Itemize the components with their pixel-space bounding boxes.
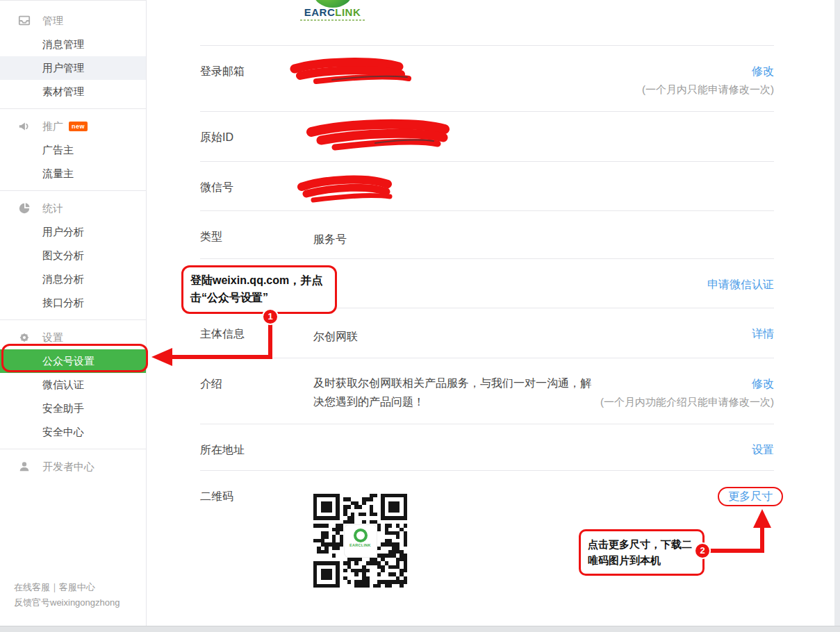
sidebar-divider bbox=[0, 108, 146, 109]
sidebar-item-user-manage[interactable]: 用户管理 bbox=[0, 56, 146, 80]
more-sizes-outline: 更多尺寸 bbox=[718, 487, 783, 506]
row-address: 所在地址 设置 bbox=[200, 424, 774, 470]
account-logo: EARCLINK bbox=[293, 0, 372, 21]
sidebar-item-article-analysis[interactable]: 图文分析 bbox=[0, 244, 146, 267]
qrcode-center-logo: EARCLINK bbox=[345, 525, 377, 557]
row-label: 原始ID bbox=[200, 131, 313, 161]
introduction-modify-note: (一个月内功能介绍只能申请修改一次) bbox=[600, 396, 774, 409]
modify-email-link[interactable]: 修改 bbox=[752, 65, 774, 79]
qrcode-logo-ring-icon bbox=[354, 529, 368, 542]
modify-introduction-link[interactable]: 修改 bbox=[752, 377, 774, 392]
bottom-scrollbar-strip[interactable] bbox=[0, 626, 840, 632]
qrcode-image: EARCLINK bbox=[313, 494, 407, 588]
sidebar-item-traffic-owner[interactable]: 流量主 bbox=[0, 162, 146, 185]
sidebar-item-wechat-verify[interactable]: 微信认证 bbox=[0, 373, 146, 397]
sidebar-item-message-analysis[interactable]: 消息分析 bbox=[0, 267, 146, 291]
introduction-value: 及时获取尔创网联相关产品服务，与我们一对一沟通，解决您遇到的产品问题！ bbox=[313, 374, 600, 424]
feedback-account-note: 反馈官号weixingongzhong bbox=[14, 595, 120, 610]
sidebar-group-manage[interactable]: 管理 bbox=[0, 9, 146, 33]
megaphone-icon bbox=[18, 120, 31, 133]
apply-wechat-verification-link[interactable]: 申请微信认证 bbox=[707, 278, 774, 292]
account-logo-header: EARCLINK bbox=[200, 0, 774, 45]
sidebar-item-security-center[interactable]: 安全中心 bbox=[0, 420, 146, 444]
sidebar-item-security-assistant[interactable]: 安全助手 bbox=[0, 397, 146, 420]
person-icon bbox=[18, 460, 31, 473]
pie-chart-icon bbox=[18, 202, 31, 215]
sidebar-item-advertiser[interactable]: 广告主 bbox=[0, 138, 146, 162]
subject-details-link[interactable]: 详情 bbox=[752, 327, 774, 342]
row-verification: 申请微信认证 bbox=[200, 258, 774, 308]
row-account-type: 类型 服务号 bbox=[200, 210, 774, 258]
row-qrcode: 二维码 EARCLINK 更多尺寸 bbox=[200, 470, 774, 616]
subject-value: 尔创网联 bbox=[313, 327, 752, 358]
sidebar-group-label: 推广 bbox=[42, 120, 63, 133]
row-label: 微信号 bbox=[200, 181, 313, 210]
sidebar-item-message-manage[interactable]: 消息管理 bbox=[0, 33, 146, 56]
row-label: 主体信息 bbox=[200, 327, 313, 358]
sidebar-group-label: 统计 bbox=[42, 202, 63, 215]
set-address-link[interactable]: 设置 bbox=[752, 443, 774, 458]
sidebar-item-user-analysis[interactable]: 用户分析 bbox=[0, 220, 146, 244]
row-wechat-id: 微信号 bbox=[200, 161, 774, 210]
row-label: 登录邮箱 bbox=[200, 65, 313, 111]
service-center-link[interactable]: 客服中心 bbox=[59, 582, 95, 592]
row-label: 所在地址 bbox=[200, 443, 313, 470]
account-type-value: 服务号 bbox=[313, 230, 774, 258]
row-login-email: 登录邮箱 修改 (一个月内只能申请修改一次) bbox=[200, 45, 774, 111]
login-email-value-redacted bbox=[313, 65, 642, 111]
footer-separator: ｜ bbox=[50, 582, 59, 592]
sidebar-item-api-analysis[interactable]: 接口分析 bbox=[0, 291, 146, 315]
sidebar-divider bbox=[0, 190, 146, 191]
more-sizes-link[interactable]: 更多尺寸 bbox=[728, 490, 773, 504]
original-id-value-redacted bbox=[313, 131, 774, 161]
email-modify-note: (一个月内只能申请修改一次) bbox=[642, 83, 774, 97]
sidebar-group-statistics[interactable]: 统计 bbox=[0, 197, 146, 220]
sidebar-group-label: 开发者中心 bbox=[42, 460, 94, 474]
new-badge: new bbox=[69, 122, 88, 131]
online-service-link[interactable]: 在线客服 bbox=[14, 582, 50, 592]
sidebar-group-developer-center[interactable]: 开发者中心 bbox=[0, 455, 146, 479]
sidebar-item-account-settings[interactable]: 公众号设置 bbox=[0, 349, 146, 373]
weixin-mp-settings-page: { "brand": { "earc": "EARC", "link": "LI… bbox=[0, 0, 840, 632]
sidebar-group-settings[interactable]: 设置 bbox=[0, 326, 146, 349]
inbox-icon bbox=[18, 15, 31, 27]
sidebar-item-material-manage[interactable]: 素材管理 bbox=[0, 80, 146, 103]
sidebar-group-label: 管理 bbox=[42, 15, 63, 28]
sidebar-group-promotion[interactable]: 推广 new bbox=[0, 115, 146, 138]
account-settings-panel: EARCLINK 登录邮箱 修改 (一个月内只能申请修改一次) 原始ID 微信号… bbox=[147, 0, 834, 626]
sidebar-divider bbox=[0, 449, 146, 449]
row-label: 二维码 bbox=[200, 490, 313, 616]
row-subject-info: 主体信息 尔创网联 详情 bbox=[200, 308, 774, 358]
row-label bbox=[200, 278, 313, 308]
brand-tagline bbox=[300, 19, 365, 21]
row-label: 类型 bbox=[200, 230, 313, 258]
sidebar-divider bbox=[0, 319, 146, 320]
row-introduction: 介绍 及时获取尔创网联相关产品服务，与我们一对一沟通，解决您遇到的产品问题！ 修… bbox=[200, 358, 774, 424]
scrollbar-track[interactable] bbox=[834, 0, 840, 632]
row-label: 介绍 bbox=[200, 377, 313, 424]
sidebar: 管理 消息管理 用户管理 素材管理 推广 new 广告主 流量主 统计 用户分析… bbox=[0, 0, 147, 626]
sidebar-group-label: 设置 bbox=[42, 331, 63, 344]
wechat-id-value-redacted bbox=[313, 181, 774, 210]
row-original-id: 原始ID bbox=[200, 111, 774, 161]
sidebar-footer: 在线客服｜客服中心 反馈官号weixingongzhong bbox=[14, 580, 120, 610]
gear-icon bbox=[18, 331, 31, 344]
